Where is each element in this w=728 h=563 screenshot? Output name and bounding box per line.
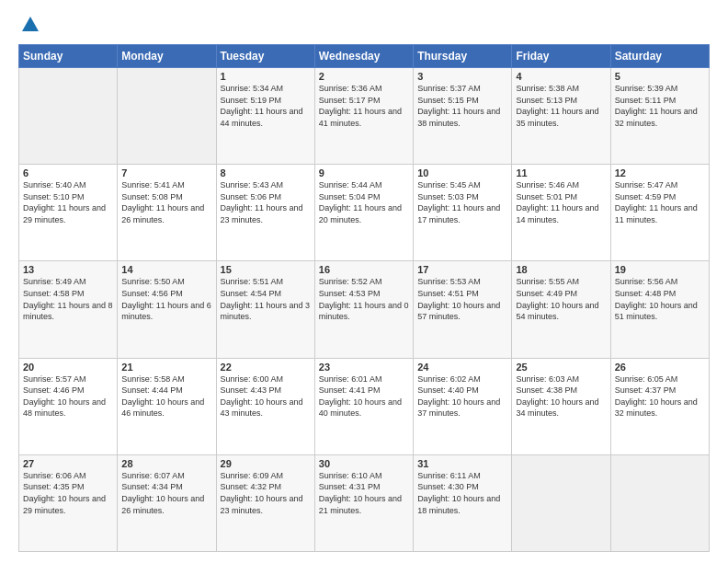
day-info: Sunrise: 5:45 AM Sunset: 5:03 PM Dayligh… [417,179,507,225]
day-info: Sunrise: 6:00 AM Sunset: 4:43 PM Dayligh… [221,373,311,419]
day-info: Sunrise: 5:53 AM Sunset: 4:51 PM Dayligh… [417,276,507,322]
calendar-header-monday: Monday [118,45,216,68]
calendar-header-tuesday: Tuesday [216,45,314,68]
calendar-cell: 24Sunrise: 6:02 AM Sunset: 4:40 PM Dayli… [414,358,512,454]
day-number: 21 [121,362,211,373]
day-number: 2 [319,71,409,82]
calendar-cell: 31Sunrise: 6:11 AM Sunset: 4:30 PM Dayli… [414,454,512,551]
day-info: Sunrise: 5:47 AM Sunset: 4:59 PM Dayligh… [615,179,705,225]
day-info: Sunrise: 5:38 AM Sunset: 5:13 PM Dayligh… [516,83,606,129]
day-number: 4 [516,71,606,82]
calendar-cell: 15Sunrise: 5:51 AM Sunset: 4:54 PM Dayli… [216,261,314,358]
day-number: 23 [319,362,409,373]
day-number: 27 [23,458,113,469]
day-number: 5 [615,71,705,82]
calendar-cell: 29Sunrise: 6:09 AM Sunset: 4:32 PM Dayli… [216,454,314,551]
day-info: Sunrise: 5:40 AM Sunset: 5:10 PM Dayligh… [23,179,113,225]
calendar-cell: 26Sunrise: 6:05 AM Sunset: 4:37 PM Dayli… [610,358,709,454]
day-info: Sunrise: 6:11 AM Sunset: 4:30 PM Dayligh… [417,470,507,516]
calendar-cell: 6Sunrise: 5:40 AM Sunset: 5:10 PM Daylig… [19,165,118,261]
calendar-cell: 10Sunrise: 5:45 AM Sunset: 5:03 PM Dayli… [414,165,512,261]
header [18,15,710,35]
page: SundayMondayTuesdayWednesdayThursdayFrid… [0,0,728,563]
day-info: Sunrise: 5:43 AM Sunset: 5:06 PM Dayligh… [221,179,311,225]
day-info: Sunrise: 5:51 AM Sunset: 4:54 PM Dayligh… [221,276,311,322]
calendar-cell: 20Sunrise: 5:57 AM Sunset: 4:46 PM Dayli… [19,358,118,454]
calendar-cell: 1Sunrise: 5:34 AM Sunset: 5:19 PM Daylig… [216,68,314,165]
calendar-cell [512,454,610,551]
day-info: Sunrise: 5:58 AM Sunset: 4:44 PM Dayligh… [121,373,211,419]
day-number: 15 [221,264,311,275]
day-number: 8 [221,167,311,178]
day-number: 28 [121,458,211,469]
day-number: 19 [615,264,705,275]
calendar-cell: 22Sunrise: 6:00 AM Sunset: 4:43 PM Dayli… [216,358,314,454]
calendar-week-4: 20Sunrise: 5:57 AM Sunset: 4:46 PM Dayli… [19,358,710,454]
calendar-cell: 2Sunrise: 5:36 AM Sunset: 5:17 PM Daylig… [314,68,413,165]
calendar-cell: 18Sunrise: 5:55 AM Sunset: 4:49 PM Dayli… [512,261,610,358]
calendar-cell [19,68,118,165]
calendar-cell: 23Sunrise: 6:01 AM Sunset: 4:41 PM Dayli… [314,358,413,454]
day-info: Sunrise: 5:52 AM Sunset: 4:53 PM Dayligh… [319,276,409,322]
calendar-header-sunday: Sunday [19,45,118,68]
day-number: 30 [319,458,409,469]
day-number: 1 [221,71,311,82]
day-info: Sunrise: 5:34 AM Sunset: 5:19 PM Dayligh… [221,83,311,129]
day-number: 26 [615,362,705,373]
day-number: 16 [319,264,409,275]
day-number: 9 [319,167,409,178]
calendar-cell: 19Sunrise: 5:56 AM Sunset: 4:48 PM Dayli… [610,261,709,358]
day-info: Sunrise: 5:49 AM Sunset: 4:58 PM Dayligh… [23,276,113,322]
calendar-cell: 30Sunrise: 6:10 AM Sunset: 4:31 PM Dayli… [314,454,413,551]
day-number: 12 [615,167,705,178]
calendar-week-2: 6Sunrise: 5:40 AM Sunset: 5:10 PM Daylig… [19,165,710,261]
day-info: Sunrise: 6:03 AM Sunset: 4:38 PM Dayligh… [516,373,606,419]
logo [18,15,40,35]
day-info: Sunrise: 5:36 AM Sunset: 5:17 PM Dayligh… [319,83,409,129]
day-info: Sunrise: 5:46 AM Sunset: 5:01 PM Dayligh… [516,179,606,225]
day-number: 31 [417,458,507,469]
day-number: 17 [417,264,507,275]
day-number: 3 [417,71,507,82]
calendar-cell: 8Sunrise: 5:43 AM Sunset: 5:06 PM Daylig… [216,165,314,261]
day-number: 10 [417,167,507,178]
calendar-cell: 12Sunrise: 5:47 AM Sunset: 4:59 PM Dayli… [610,165,709,261]
day-number: 25 [516,362,606,373]
calendar-cell [118,68,216,165]
calendar-cell: 16Sunrise: 5:52 AM Sunset: 4:53 PM Dayli… [314,261,413,358]
day-info: Sunrise: 5:57 AM Sunset: 4:46 PM Dayligh… [23,373,113,419]
calendar-cell: 28Sunrise: 6:07 AM Sunset: 4:34 PM Dayli… [118,454,216,551]
calendar-cell: 27Sunrise: 6:06 AM Sunset: 4:35 PM Dayli… [19,454,118,551]
calendar-cell: 17Sunrise: 5:53 AM Sunset: 4:51 PM Dayli… [414,261,512,358]
calendar-cell: 4Sunrise: 5:38 AM Sunset: 5:13 PM Daylig… [512,68,610,165]
day-number: 22 [221,362,311,373]
day-info: Sunrise: 6:10 AM Sunset: 4:31 PM Dayligh… [319,470,409,516]
day-number: 24 [417,362,507,373]
day-info: Sunrise: 5:50 AM Sunset: 4:56 PM Dayligh… [121,276,211,322]
calendar-cell: 21Sunrise: 5:58 AM Sunset: 4:44 PM Dayli… [118,358,216,454]
calendar-cell: 11Sunrise: 5:46 AM Sunset: 5:01 PM Dayli… [512,165,610,261]
calendar-cell: 25Sunrise: 6:03 AM Sunset: 4:38 PM Dayli… [512,358,610,454]
day-number: 11 [516,167,606,178]
day-info: Sunrise: 5:39 AM Sunset: 5:11 PM Dayligh… [615,83,705,129]
day-info: Sunrise: 6:05 AM Sunset: 4:37 PM Dayligh… [615,373,705,419]
day-info: Sunrise: 5:41 AM Sunset: 5:08 PM Dayligh… [121,179,211,225]
day-info: Sunrise: 6:02 AM Sunset: 4:40 PM Dayligh… [417,373,507,419]
calendar-cell: 14Sunrise: 5:50 AM Sunset: 4:56 PM Dayli… [118,261,216,358]
day-number: 13 [23,264,113,275]
day-number: 7 [121,167,211,178]
svg-marker-0 [22,17,39,31]
day-number: 6 [23,167,113,178]
day-info: Sunrise: 5:37 AM Sunset: 5:15 PM Dayligh… [417,83,507,129]
logo-icon [20,15,40,35]
calendar-header-wednesday: Wednesday [314,45,413,68]
calendar-cell [610,454,709,551]
day-info: Sunrise: 6:01 AM Sunset: 4:41 PM Dayligh… [319,373,409,419]
calendar-cell: 9Sunrise: 5:44 AM Sunset: 5:04 PM Daylig… [314,165,413,261]
day-info: Sunrise: 6:06 AM Sunset: 4:35 PM Dayligh… [23,470,113,516]
calendar-cell: 13Sunrise: 5:49 AM Sunset: 4:58 PM Dayli… [19,261,118,358]
calendar-header-row: SundayMondayTuesdayWednesdayThursdayFrid… [19,45,710,68]
day-number: 14 [121,264,211,275]
day-info: Sunrise: 5:55 AM Sunset: 4:49 PM Dayligh… [516,276,606,322]
day-info: Sunrise: 5:44 AM Sunset: 5:04 PM Dayligh… [319,179,409,225]
